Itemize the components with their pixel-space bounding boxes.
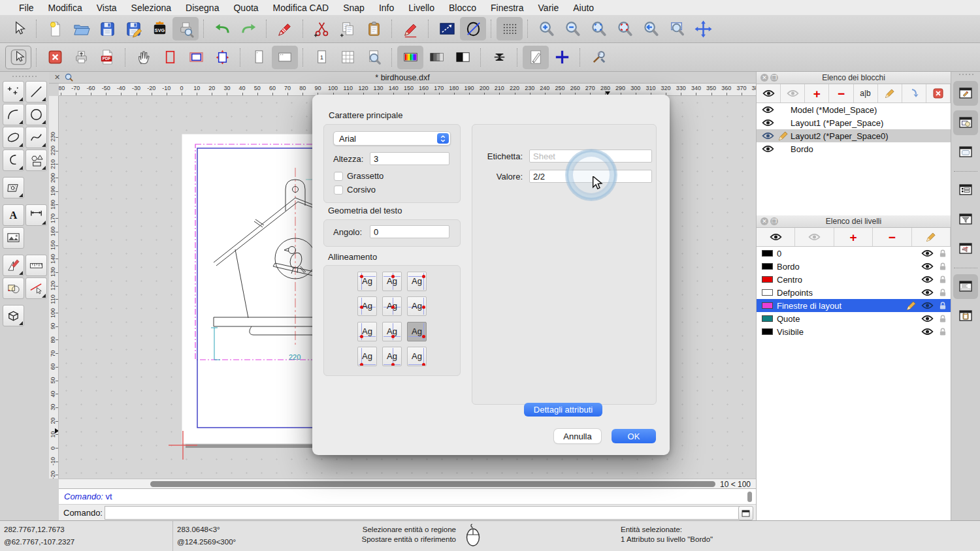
pan-hand-button[interactable]	[131, 46, 157, 69]
tool-points-button[interactable]	[3, 81, 24, 102]
panel-close-icon[interactable]: ✕	[760, 217, 768, 225]
alignment-middle-left[interactable]: Ag	[357, 296, 377, 316]
grid-toggle-button[interactable]	[497, 17, 523, 40]
cancel-button[interactable]: Annulla	[554, 429, 601, 443]
layer-visibility-eye-icon[interactable]	[921, 249, 934, 257]
page-single-button[interactable]: 1	[308, 46, 335, 69]
print-button[interactable]	[68, 46, 94, 69]
tool-circle-button[interactable]	[25, 104, 47, 125]
layer-lock-icon[interactable]	[939, 275, 947, 284]
edit-pencil-button[interactable]	[397, 17, 423, 40]
pages-grid-button[interactable]	[335, 46, 361, 69]
alignment-top-center[interactable]: Ag	[382, 272, 402, 291]
menu-file[interactable]: File	[12, 3, 41, 13]
dock-library-button[interactable]	[953, 236, 978, 261]
viewport-fill-button[interactable]	[183, 46, 209, 69]
layer-visibility-eye-icon[interactable]	[921, 302, 934, 309]
layer-visibility-eye-icon[interactable]	[921, 328, 934, 336]
hide-all-layers-eye-button[interactable]	[795, 228, 834, 246]
alignment-bottom-left[interactable]: Ag	[357, 347, 377, 366]
paste-button[interactable]	[361, 17, 387, 40]
rename-block-button[interactable]: a|b	[854, 84, 878, 102]
font-select[interactable]: Arial	[333, 131, 451, 146]
tool-arc-button[interactable]	[3, 104, 24, 125]
page-landscape-button[interactable]	[272, 46, 298, 69]
menu-aiuto[interactable]: Aiuto	[566, 3, 601, 13]
tool-hatch-button[interactable]	[3, 177, 24, 198]
layer-row[interactable]: Quote	[757, 312, 951, 325]
folder-open-button[interactable]	[68, 17, 94, 40]
dock-property-editor-button[interactable]	[953, 81, 978, 106]
layer-row[interactable]: Centro	[757, 273, 951, 286]
menu-disegna[interactable]: Disegna	[178, 3, 226, 13]
pointer-button[interactable]	[5, 17, 31, 40]
page-portrait-button[interactable]	[246, 46, 272, 69]
hourglass-button[interactable]	[486, 46, 512, 69]
zoom-window-button[interactable]	[664, 17, 690, 40]
layer-row[interactable]: Bordo	[757, 260, 951, 273]
menu-vista[interactable]: Vista	[90, 3, 124, 13]
pointer-box-button[interactable]	[5, 46, 31, 69]
svg-export-button[interactable]: SVG	[146, 17, 172, 40]
menu-blocco[interactable]: Blocco	[442, 3, 483, 13]
tool-solid-button[interactable]	[3, 305, 24, 326]
pan-button[interactable]	[690, 17, 716, 40]
add-block-button[interactable]: +	[805, 84, 829, 102]
menu-quota[interactable]: Quota	[226, 3, 265, 13]
layer-lock-icon[interactable]	[939, 327, 947, 336]
alignment-top-right[interactable]: Ag	[407, 272, 427, 291]
layer-lock-icon[interactable]	[939, 288, 947, 297]
block-visibility-eye-icon[interactable]	[762, 132, 774, 140]
tool-line-button[interactable]	[25, 81, 47, 102]
save-as-button[interactable]	[120, 17, 146, 40]
tool-image-button[interactable]	[3, 227, 24, 249]
tool-draft-button[interactable]	[3, 255, 24, 276]
line-props-button[interactable]	[434, 17, 460, 40]
menu-modifica-cad[interactable]: Modifica CAD	[266, 3, 336, 13]
bold-checkbox[interactable]	[334, 172, 343, 181]
height-input[interactable]	[370, 152, 449, 165]
layer-lock-icon[interactable]	[939, 301, 947, 310]
palette-drag-handle[interactable]	[0, 73, 49, 80]
layer-lock-icon[interactable]	[939, 314, 947, 323]
remove-layer-button[interactable]: −	[873, 228, 911, 246]
dock-clipboard-button[interactable]	[953, 304, 978, 328]
block-row[interactable]: Layout2 (*Paper_Space0)	[757, 129, 951, 142]
attribute-details-button[interactable]: Dettagli attributi	[524, 403, 602, 417]
menu-varie[interactable]: Varie	[531, 3, 566, 13]
zoom-auto-button[interactable]	[585, 17, 612, 40]
cut-button[interactable]	[308, 17, 335, 40]
layer-visibility-eye-icon[interactable]	[921, 289, 934, 296]
command-window-button[interactable]	[738, 506, 753, 520]
zoom-previous-button[interactable]	[638, 17, 664, 40]
tool-trim-button[interactable]	[25, 277, 47, 299]
gradient-box-button[interactable]	[423, 46, 449, 69]
layer-row[interactable]: Finestre di layout	[757, 299, 951, 312]
layer-lock-icon[interactable]	[939, 262, 947, 271]
remove-block-button[interactable]: −	[829, 84, 853, 102]
viewport-move-button[interactable]	[209, 46, 235, 69]
colorbar-button[interactable]	[397, 46, 423, 69]
menu-livello[interactable]: Livello	[401, 3, 442, 13]
file-new-button[interactable]	[42, 17, 68, 40]
history-scrollbar-thumb[interactable]	[747, 492, 752, 502]
tool-spline-button[interactable]	[25, 127, 47, 148]
tool-polyline-button[interactable]	[3, 150, 24, 171]
print-preview-button[interactable]	[172, 17, 199, 40]
layer-row[interactable]: Defpoints	[757, 286, 951, 299]
preferences-button[interactable]	[585, 46, 612, 69]
horizontal-scrollbar-thumb[interactable]	[150, 481, 715, 487]
edit-block-button[interactable]	[878, 84, 902, 102]
insert-block-button[interactable]	[902, 84, 926, 102]
tool-text-button[interactable]: A	[3, 204, 24, 226]
menu-info[interactable]: Info	[372, 3, 401, 13]
menu-modifica[interactable]: Modifica	[41, 3, 90, 13]
block-visibility-eye-icon[interactable]	[762, 106, 774, 114]
block-row[interactable]: Bordo	[757, 142, 951, 155]
layer-visibility-eye-icon[interactable]	[921, 315, 934, 323]
hide-all-blocks-eye-button[interactable]	[781, 84, 805, 102]
dock-drag-handle[interactable]	[951, 74, 980, 75]
show-all-blocks-eye-button[interactable]	[757, 84, 781, 102]
bw-box-button[interactable]	[449, 46, 476, 69]
zoom-selection-button[interactable]	[612, 17, 638, 40]
